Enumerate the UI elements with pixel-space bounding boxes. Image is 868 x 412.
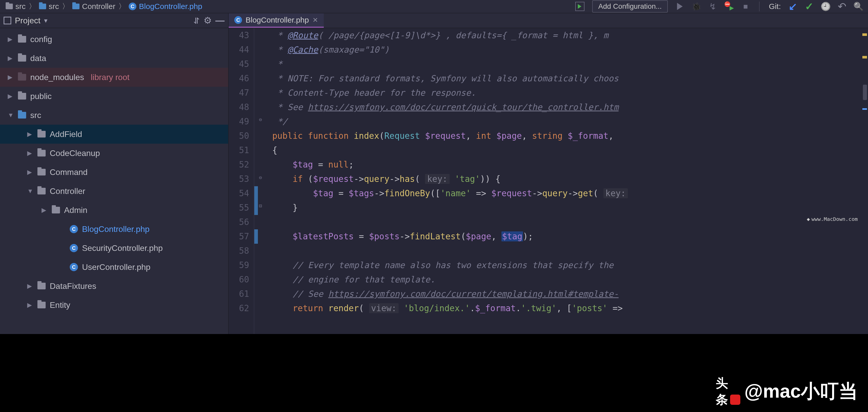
code-editor[interactable]: 4344454647484950515253545556575859606162… xyxy=(229,28,868,334)
breadcrumb-item[interactable]: src xyxy=(6,2,26,11)
tree-row[interactable]: Command xyxy=(0,163,228,182)
project-view-dropdown-icon[interactable] xyxy=(44,17,48,25)
tree-row[interactable]: data xyxy=(0,49,228,68)
line-number[interactable]: 56 xyxy=(229,215,249,229)
hide-panel-icon[interactable] xyxy=(215,15,224,26)
tree-arrow-icon[interactable] xyxy=(8,112,14,119)
code-line[interactable]: * See https://symfony.com/doc/current/qu… xyxy=(272,100,861,114)
tree-row[interactable]: CBlogController.php xyxy=(0,219,228,239)
editor-tab-active[interactable]: C BlogController.php ✕ xyxy=(229,13,324,28)
project-view-icon[interactable] xyxy=(4,17,11,24)
profiler-icon[interactable] xyxy=(725,2,734,11)
code-line[interactable] xyxy=(272,215,861,229)
line-number[interactable]: 62 xyxy=(229,301,249,316)
line-number-gutter[interactable]: 4344454647484950515253545556575859606162 xyxy=(229,28,254,334)
code-line[interactable]: * @Cache(smaxage="10") xyxy=(272,42,861,57)
coverage-icon[interactable] xyxy=(708,2,717,11)
tree-arrow-icon[interactable] xyxy=(27,187,33,195)
tree-row[interactable]: src xyxy=(0,106,228,125)
tree-row[interactable]: CodeCleanup xyxy=(0,144,228,163)
breadcrumb-item[interactable]: CBlogController.php xyxy=(129,2,202,11)
tree-row[interactable]: Controller xyxy=(0,182,228,201)
line-number[interactable]: 45 xyxy=(229,57,249,71)
tree-row[interactable]: public xyxy=(0,87,228,106)
code-line[interactable]: } xyxy=(272,201,861,215)
code-line[interactable]: { xyxy=(272,143,861,157)
line-number[interactable]: 49 xyxy=(229,114,249,129)
tree-arrow-icon[interactable] xyxy=(8,55,14,62)
tree-arrow-icon[interactable] xyxy=(8,93,14,100)
code-line[interactable] xyxy=(272,244,861,258)
code-line[interactable]: $tag = $tags->findOneBy(['name' => $requ… xyxy=(272,186,861,201)
line-number[interactable]: 44 xyxy=(229,42,249,57)
breadcrumb-item[interactable]: Controller xyxy=(72,2,115,11)
tree-row[interactable]: config xyxy=(0,30,228,49)
code-line[interactable]: * @Route( /page/{page<[1-9]\d*>} , defau… xyxy=(272,28,861,42)
line-number[interactable]: 55 xyxy=(229,201,249,215)
fold-gutter[interactable]: ⊖ ⊖ ⊟ xyxy=(258,28,266,334)
tree-arrow-icon[interactable] xyxy=(27,150,33,157)
code-line[interactable]: public function index(Request $request, … xyxy=(272,129,861,143)
code-line[interactable]: $latestPosts = $posts->findLatest($page,… xyxy=(272,229,861,244)
scrollbar-thumb[interactable] xyxy=(863,85,867,100)
code-line[interactable]: * Content-Type header for the response. xyxy=(272,86,861,100)
tree-arrow-icon[interactable] xyxy=(27,283,33,290)
code-line[interactable]: */ xyxy=(272,114,861,129)
line-number[interactable]: 61 xyxy=(229,287,249,301)
tree-row[interactable]: Entity xyxy=(0,296,228,315)
line-number[interactable]: 53 xyxy=(229,172,249,186)
error-stripe[interactable] xyxy=(861,28,868,334)
line-number[interactable]: 43 xyxy=(229,28,249,42)
line-number[interactable]: 54 xyxy=(229,186,249,201)
tree-arrow-icon[interactable] xyxy=(27,130,33,138)
code-line[interactable]: * xyxy=(272,57,861,71)
tree-row[interactable]: DataFixtures xyxy=(0,276,228,296)
tree-row[interactable]: AddField xyxy=(0,125,228,144)
warning-marker[interactable] xyxy=(862,33,867,36)
line-number[interactable]: 58 xyxy=(229,244,249,258)
line-number[interactable]: 60 xyxy=(229,272,249,287)
tree-arrow-icon[interactable] xyxy=(27,301,33,308)
run-target-icon[interactable] xyxy=(575,2,585,11)
line-number[interactable]: 51 xyxy=(229,143,249,157)
tree-row[interactable]: node_moduleslibrary root xyxy=(0,68,228,87)
tree-arrow-icon[interactable] xyxy=(41,207,48,214)
line-number[interactable]: 46 xyxy=(229,71,249,86)
code-line[interactable]: if ($request->query->has( key: 'tag')) { xyxy=(272,172,861,186)
project-tree[interactable]: configdatanode_moduleslibrary rootpublic… xyxy=(0,28,228,334)
debug-icon[interactable] xyxy=(692,2,701,11)
tree-arrow-icon[interactable] xyxy=(8,36,14,43)
code-line[interactable]: // Every template name also has two exte… xyxy=(272,258,861,272)
vcs-history-icon[interactable] xyxy=(822,2,830,11)
line-number[interactable]: 48 xyxy=(229,100,249,114)
tree-arrow-icon[interactable] xyxy=(27,169,33,176)
code-line[interactable]: // engine for that template. xyxy=(272,272,861,287)
tree-row[interactable]: CUserController.php xyxy=(0,258,228,276)
tree-arrow-icon[interactable] xyxy=(8,73,14,81)
code-line[interactable]: * NOTE: For standard formats, Symfony wi… xyxy=(272,71,861,86)
line-number[interactable]: 57 xyxy=(229,229,249,244)
tree-row[interactable]: Admin xyxy=(0,201,228,219)
project-panel-title[interactable]: Project xyxy=(15,16,40,25)
vcs-update-icon[interactable] xyxy=(788,2,797,11)
search-everywhere-icon[interactable] xyxy=(854,2,863,11)
line-number[interactable]: 59 xyxy=(229,258,249,272)
vcs-commit-icon[interactable] xyxy=(805,2,814,11)
code-line[interactable]: return render( view: 'blog/index.'.$_for… xyxy=(272,301,861,316)
line-number[interactable]: 52 xyxy=(229,157,249,172)
add-configuration-button[interactable]: Add Configuration... xyxy=(592,0,668,12)
fold-handle-icon[interactable]: ⊟ xyxy=(259,203,262,209)
project-settings-icon[interactable] xyxy=(204,15,212,26)
select-opened-file-icon[interactable] xyxy=(193,16,200,25)
code-area[interactable]: * @Route( /page/{page<[1-9]\d*>} , defau… xyxy=(266,28,861,334)
code-line[interactable]: // See https://symfony.com/doc/current/t… xyxy=(272,287,861,301)
run-icon[interactable] xyxy=(676,2,684,11)
breadcrumb-item[interactable]: src xyxy=(39,2,59,11)
stop-icon[interactable] xyxy=(741,2,750,11)
fold-handle-icon[interactable]: ⊖ xyxy=(259,116,262,123)
warning-marker[interactable] xyxy=(862,56,867,58)
line-number[interactable]: 47 xyxy=(229,86,249,100)
close-tab-icon[interactable]: ✕ xyxy=(312,16,318,24)
fold-handle-icon[interactable]: ⊖ xyxy=(259,174,262,181)
vcs-revert-icon[interactable] xyxy=(838,2,846,11)
